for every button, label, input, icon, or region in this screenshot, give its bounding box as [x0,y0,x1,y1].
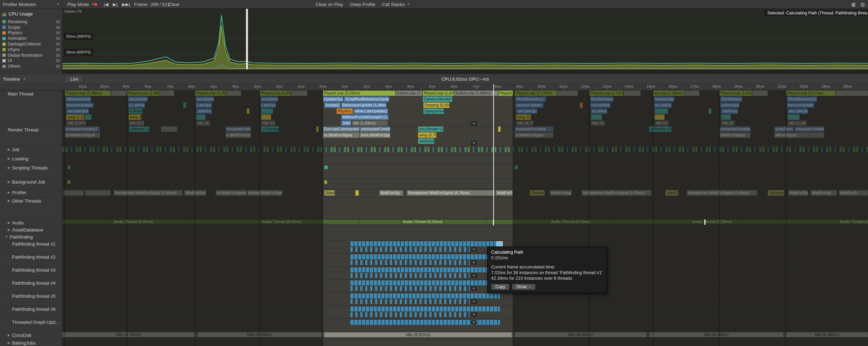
legend-item-physics[interactable]: Physics [0,30,62,36]
track-label-bakingjobs[interactable]: ▶BakingJobs [0,339,62,346]
track-label-pathfinding-thread-3[interactable]: Pathfinding thread #3 [0,266,62,279]
collapse-samples-button[interactable]: ▾ [471,260,477,265]
disclosure-triangle-icon[interactable]: ▶ [8,340,10,345]
track-label-profiler[interactable]: ▶Profiler [0,189,62,197]
legend-item-scripts[interactable]: Scripts [0,25,62,30]
timeline-block[interactable]: PlayerLoop (2,17ms) [515,91,557,96]
timeline-block[interactable] [85,115,92,120]
timeline-block[interactable] [709,109,711,114]
timeline-block[interactable]: PlayerLoop (1,35ms) [195,91,226,96]
track-label-pathfinding-thread-1[interactable]: Pathfinding thread #1 [0,240,62,253]
clear-on-play-button[interactable]: Clear on Play [313,0,346,8]
timeline-block[interactable]: LateUpdate [196,103,212,108]
call-stacks-dropdown[interactable]: Call Stacks ▼ [379,0,412,8]
timeline-block[interactable]: re.WaitForSignal [65,132,100,138]
timeline-block[interactable]: EditorLoop (1,99ms) [455,91,498,96]
timeline-block[interactable]: ow.LateUpdate() [788,109,808,114]
collapse-samples-button[interactable]: ▾ [471,320,477,325]
timeline-block[interactable]: PlayerLoop (2,57ms) [786,91,836,96]
copy-button[interactable]: Copy [491,284,509,290]
timeline-block[interactable]: AIMoveForJobGroupID (1,63ms) [341,115,389,120]
pathfinding-samples-bar[interactable] [350,294,500,298]
collapse-samples-button[interactable]: ▾ [471,286,477,291]
pathfinding-samples-bar[interactable] [350,241,496,246]
timeline-block[interactable]: WaitForSig [379,190,403,196]
timeline-block[interactable]: ow.LateUpdate( [516,109,537,114]
timeline-block[interactable]: ueGeome [418,138,434,144]
cloudjob-idle-block[interactable]: Idle (8,88ms) [786,332,868,337]
timeline-block[interactable] [324,180,327,184]
timeline-block[interactable] [788,115,800,120]
timeline-block[interactable]: wing (0,78 [418,132,436,138]
timeline-block[interactable]: e.WaitForSignal [515,132,554,138]
track-label-pathfinding-thread-5[interactable]: Pathfinding thread #5 [0,292,62,305]
timeline-block[interactable]: hore.WaitForSignal (1 [360,132,390,138]
timeline-block[interactable]: WaitForSigl [184,190,206,196]
disclosure-triangle-icon[interactable]: ▶ [8,156,10,160]
timeline-block[interactable]: w.LateUpdat [591,109,607,114]
cloudjob-idle-block[interactable]: Idle (8,92ms) [324,332,512,337]
timeline-block[interactable] [68,166,71,169]
timeline-block[interactable]: mmandsFromMaT [65,126,100,132]
timeline-block[interactable]: w.LateUpdat [654,103,672,108]
timeline-block[interactable]: aviourUpdat [720,103,739,108]
timeline-block[interactable]: WaitForSi [839,190,868,196]
timeline-block[interactable]: PlayerLoop (2,48ms) [65,91,111,96]
clear-button[interactable]: Clear [166,0,182,8]
track-label-render-thread[interactable]: Render Thread [0,126,62,146]
timeline-block[interactable]: Physics.Simulate [337,109,353,114]
timeline-block[interactable]: aitForSignal [774,132,824,138]
disclosure-triangle-icon[interactable]: ▶ [8,190,10,194]
timeline-block[interactable]: viourUpdate [128,97,148,102]
timeline-block[interactable]: ExecuteCommandsFromMai [323,126,360,132]
timeline-block[interactable]: Idle (0,97ms) [66,121,86,126]
timeline-block[interactable]: ci.Render (0 [261,126,279,132]
timeline-block[interactable]: erLoop (1,38ms) [653,91,684,96]
job-samples-strip[interactable] [62,147,868,152]
timeline-block[interactable]: aphore.WaitForSignal (2,15 [247,190,282,196]
disclosure-triangle-icon[interactable]: ▶ [8,179,10,184]
timeline-block[interactable] [498,126,501,132]
timeline-block[interactable] [68,180,71,184]
timeline-block[interactable]: e.WaitForSign [226,132,251,138]
timeline-block[interactable]: Idle (0,6 [591,121,605,126]
timeline-block[interactable]: Obsolete [768,190,784,196]
record-button[interactable] [91,0,100,8]
timeline-block[interactable] [85,190,111,196]
timeline-block[interactable] [355,190,359,196]
timeline-block[interactable]: era.Render (1,2 [418,126,444,132]
disclosure-triangle-icon[interactable]: ▼ [5,234,8,239]
collapse-samples-button[interactable]: ▾ [471,141,477,145]
timeline-block[interactable]: WaitForSigl [550,190,572,196]
timeline-block[interactable] [752,91,768,96]
show-dropdown-button[interactable]: Show▼ [512,284,536,290]
timeline-block[interactable]: Idle (1,19ms) [788,121,807,126]
timeline-block[interactable]: Idle (0,7 [721,121,735,126]
disclosure-triangle-icon[interactable]: ▶ [8,165,10,169]
disclosure-triangle-icon[interactable]: ▶ [8,198,10,203]
panel-icon[interactable]: ▤ [859,0,867,8]
timeline-block[interactable]: EditorLoop (1,22ms) [396,91,422,96]
pathfinding-samples-bar[interactable] [350,280,500,285]
pathfinding-samples-bar[interactable] [350,286,470,291]
timeline-block[interactable]: Obsolete [530,190,545,196]
timeline-block[interactable]: JobGroupID [196,109,212,114]
timeline-block[interactable]: JobsCl [666,190,678,196]
track-label-scripting-threads[interactable]: ▶Scripting Threads [0,164,62,178]
timeline-block[interactable] [591,115,602,120]
timeline-block[interactable]: xecuteMainT [590,103,611,108]
timeline-block[interactable]: JobGroupID (1,3 [721,109,738,114]
timeline-block[interactable] [580,103,583,108]
track-label-loading[interactable]: ▶Loading [0,155,62,164]
timeline-block[interactable]: Semaphore.WaitForSignal (3,76ms) [582,190,652,196]
track-label-job[interactable]: ▶Job [0,146,62,155]
timeline-block[interactable]: haviourUpdate (1, [787,103,814,108]
timeline-block[interactable] [63,190,84,196]
timeline-block[interactable] [515,166,518,169]
timeline-block[interactable]: WaitForSig [811,190,837,196]
timeline-block[interactable]: irBehaviourUpd [66,97,91,102]
timeline-block[interactable] [624,91,641,96]
pathfinding-samples-bar[interactable] [350,247,470,252]
track-label-pathfinding[interactable]: ▼Pathfinding [0,233,62,240]
timeline-block[interactable]: PlayerLoop (1,43ms) [720,91,752,96]
